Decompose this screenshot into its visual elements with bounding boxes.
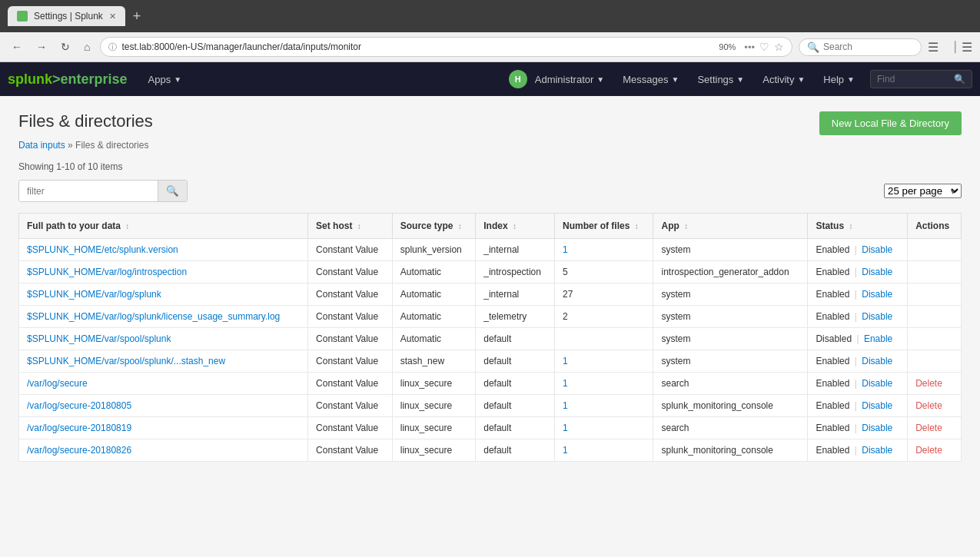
path-link[interactable]: $SPLUNK_HOME/var/spool/splunk [27,333,171,344]
new-tab-button[interactable]: + [128,7,146,26]
disable-link[interactable]: Disable [862,445,892,456]
path-link[interactable]: $SPLUNK_HOME/var/log/introspection [27,267,187,277]
splunk-logo[interactable]: splunk>enterprise [8,65,128,94]
url-input[interactable] [121,41,710,52]
filter-input[interactable] [19,181,158,201]
cell-status: Enabled | Disable [808,261,908,283]
cell-num-files: 1 [554,373,653,395]
forward-button[interactable]: → [32,38,51,55]
disable-link[interactable]: Disable [862,311,892,322]
cell-status: Disabled | Enable [808,328,908,350]
disable-link[interactable]: Disable [862,400,892,411]
cell-source-type: Automatic [392,306,475,328]
nav-apps[interactable]: Apps ▼ [139,65,191,94]
breadcrumb-link[interactable]: Data inputs [18,140,65,151]
browser-search[interactable]: 🔍 [799,38,922,56]
address-bar[interactable]: ⓘ 90% ••• ♡ ☆ [100,37,792,57]
page-title: Files & directories [18,111,153,131]
cell-index: default [476,350,555,373]
browser-search-input[interactable] [823,41,900,52]
showing-text: Showing 1-10 of 10 items [18,161,962,172]
disable-link[interactable]: Disable [862,378,892,389]
cell-set-host: Constant Value [308,306,393,328]
bookmark-icon[interactable]: ♡ [759,41,769,53]
col-index[interactable]: Index ↕ [476,214,555,239]
tab-close-button[interactable]: ✕ [109,12,116,22]
nav-help[interactable]: Help ▼ [814,65,864,94]
num-files-link[interactable]: 1 [563,378,568,389]
col-num-files[interactable]: Number of files ↕ [554,214,653,239]
filter-input-wrap[interactable]: 🔍 [18,180,188,202]
zoom-level[interactable]: 90% [715,41,739,53]
sort-icon-status: ↕ [849,222,852,230]
bookmarks-icon[interactable]: ☰ [928,40,938,55]
nav-activity[interactable]: Activity ▼ [753,65,814,94]
table-row: $SPLUNK_HOME/var/log/introspectionConsta… [19,261,962,283]
cell-actions [908,239,962,261]
disable-link[interactable]: Disable [862,289,892,300]
cell-num-files: 27 [554,283,653,306]
path-link[interactable]: /var/log/secure-20180826 [27,445,131,456]
path-link[interactable]: $SPLUNK_HOME/var/log/splunk/license_usag… [27,311,280,322]
nav-user[interactable]: H Administrator ▼ [500,61,613,98]
col-path[interactable]: Full path to your data ↕ [19,214,308,239]
cell-num-files: 1 [554,239,653,261]
sidebar-icon[interactable]: ⎹ [945,40,955,54]
delete-link[interactable]: Delete [915,445,942,456]
delete-link[interactable]: Delete [915,378,942,389]
new-local-file-button[interactable]: New Local File & Directory [819,111,962,135]
nav-find[interactable]: 🔍 [870,70,972,88]
path-link[interactable]: /var/log/secure [27,378,88,389]
table-row: $SPLUNK_HOME/var/spool/splunkConstant Va… [19,328,962,350]
cell-set-host: Constant Value [308,373,393,395]
tab-favicon [17,11,28,22]
activity-chevron-icon: ▼ [797,75,805,84]
menu-icon[interactable]: ☰ [962,40,972,55]
nav-messages[interactable]: Messages ▼ [613,65,688,94]
num-files-link[interactable]: 1 [563,356,568,366]
cell-source-type: linux_secure [392,395,475,417]
cell-actions [908,261,962,283]
filter-search-button[interactable]: 🔍 [158,181,187,201]
num-files-link[interactable]: 1 [563,400,568,411]
col-status[interactable]: Status ↕ [808,214,908,239]
back-button[interactable]: ← [8,38,26,55]
nav-settings[interactable]: Settings ▼ [688,65,753,94]
per-page-select-wrap[interactable]: 10 per page 25 per page 50 per page 100 … [884,184,962,198]
col-set-host[interactable]: Set host ↕ [308,214,393,239]
path-link[interactable]: $SPLUNK_HOME/var/log/splunk [27,289,161,300]
path-link[interactable]: $SPLUNK_HOME/etc/splunk.version [27,244,178,255]
num-files-link[interactable]: 1 [563,423,568,433]
path-link[interactable]: $SPLUNK_HOME/var/spool/splunk/...stash_n… [27,356,225,366]
star-icon[interactable]: ☆ [774,41,784,53]
cell-path: $SPLUNK_HOME/var/log/splunk/license_usag… [19,306,308,328]
cell-app: system [653,306,808,328]
disable-link[interactable]: Enable [864,333,892,344]
reload-button[interactable]: ↻ [57,38,74,55]
col-app[interactable]: App ↕ [653,214,808,239]
find-input[interactable] [877,74,954,85]
path-link[interactable]: /var/log/secure-20180805 [27,400,131,411]
num-files-link[interactable]: 1 [563,445,568,456]
num-files-link[interactable]: 1 [563,244,568,255]
disable-link[interactable]: Disable [862,356,892,366]
cell-num-files: 1 [554,395,653,417]
col-source-type[interactable]: Source type ↕ [392,214,475,239]
delete-link[interactable]: Delete [915,400,942,411]
table-row: $SPLUNK_HOME/etc/splunk.versionConstant … [19,239,962,261]
disable-link[interactable]: Disable [862,423,892,433]
table-row: /var/log/secure-20180826Constant Valueli… [19,439,962,462]
path-link[interactable]: /var/log/secure-20180819 [27,423,131,433]
disable-link[interactable]: Disable [862,244,892,255]
page-header: Files & directories New Local File & Dir… [18,111,962,135]
more-options-icon[interactable]: ••• [744,41,755,53]
delete-link[interactable]: Delete [915,423,942,433]
home-button[interactable]: ⌂ [80,38,94,55]
active-tab[interactable]: Settings | Splunk ✕ [8,6,125,26]
cell-set-host: Constant Value [308,439,393,462]
disable-link[interactable]: Disable [862,267,892,277]
nav-settings-label: Settings [697,74,733,85]
per-page-select[interactable]: 10 per page 25 per page 50 per page 100 … [884,184,962,198]
cell-source-type: splunk_version [392,239,475,261]
sort-icon-sourcetype: ↕ [458,222,462,230]
